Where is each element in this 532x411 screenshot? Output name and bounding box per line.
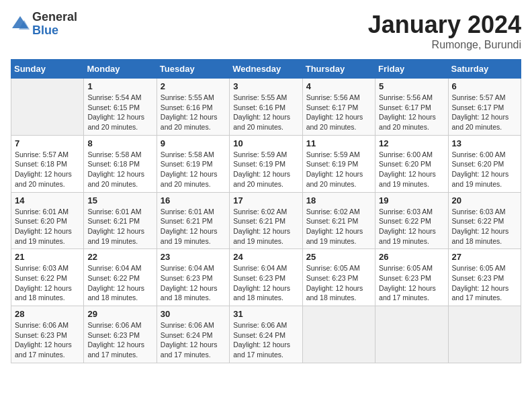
day-info: Sunrise: 6:01 AM Sunset: 6:20 PM Dayligh…: [15, 207, 80, 246]
calendar-cell: [448, 306, 521, 363]
weekday-header: Saturday: [448, 60, 521, 79]
title-block: January 2024 Rumonge, Burundi: [368, 11, 521, 51]
day-info: Sunrise: 6:02 AM Sunset: 6:21 PM Dayligh…: [306, 207, 371, 246]
day-number: 10: [233, 138, 298, 148]
day-info: Sunrise: 6:03 AM Sunset: 6:22 PM Dayligh…: [379, 207, 444, 246]
calendar-cell: 12Sunrise: 6:00 AM Sunset: 6:20 PM Dayli…: [375, 135, 448, 192]
day-info: Sunrise: 5:54 AM Sunset: 6:15 PM Dayligh…: [87, 93, 152, 132]
calendar-cell: 7Sunrise: 5:57 AM Sunset: 6:18 PM Daylig…: [11, 135, 84, 192]
weekday-row: SundayMondayTuesdayWednesdayThursdayFrid…: [11, 60, 521, 79]
day-info: Sunrise: 6:03 AM Sunset: 6:22 PM Dayligh…: [452, 207, 517, 246]
logo-icon: [11, 15, 30, 34]
day-number: 16: [161, 195, 226, 205]
logo-text: General Blue: [32, 11, 77, 38]
day-info: Sunrise: 5:56 AM Sunset: 6:17 PM Dayligh…: [379, 93, 444, 132]
calendar-header: SundayMondayTuesdayWednesdayThursdayFrid…: [11, 60, 521, 79]
day-number: 9: [161, 138, 226, 148]
day-number: 8: [87, 138, 152, 148]
day-number: 30: [161, 309, 226, 319]
calendar-cell: 28Sunrise: 6:06 AM Sunset: 6:23 PM Dayli…: [11, 306, 84, 363]
day-info: Sunrise: 6:04 AM Sunset: 6:23 PM Dayligh…: [233, 263, 298, 303]
calendar-cell: 4Sunrise: 5:56 AM Sunset: 6:17 PM Daylig…: [302, 79, 375, 136]
calendar-cell: 24Sunrise: 6:04 AM Sunset: 6:23 PM Dayli…: [230, 249, 302, 306]
day-info: Sunrise: 6:06 AM Sunset: 6:24 PM Dayligh…: [233, 320, 298, 360]
calendar-subtitle: Rumonge, Burundi: [368, 39, 521, 51]
calendar-cell: 9Sunrise: 5:58 AM Sunset: 6:19 PM Daylig…: [157, 135, 229, 192]
day-number: 15: [87, 195, 152, 205]
day-info: Sunrise: 5:55 AM Sunset: 6:16 PM Dayligh…: [233, 93, 298, 132]
calendar-cell: 13Sunrise: 6:00 AM Sunset: 6:20 PM Dayli…: [448, 135, 521, 192]
day-number: 4: [306, 81, 371, 91]
calendar-cell: 15Sunrise: 6:01 AM Sunset: 6:21 PM Dayli…: [84, 192, 157, 249]
calendar-cell: 18Sunrise: 6:02 AM Sunset: 6:21 PM Dayli…: [302, 192, 375, 249]
day-info: Sunrise: 6:00 AM Sunset: 6:20 PM Dayligh…: [452, 150, 517, 189]
day-number: 11: [306, 138, 371, 148]
calendar-cell: 29Sunrise: 6:06 AM Sunset: 6:23 PM Dayli…: [84, 306, 157, 363]
day-info: Sunrise: 5:58 AM Sunset: 6:18 PM Dayligh…: [87, 150, 152, 189]
weekday-header: Wednesday: [230, 60, 302, 79]
day-info: Sunrise: 5:59 AM Sunset: 6:19 PM Dayligh…: [306, 150, 371, 189]
calendar-cell: 1Sunrise: 5:54 AM Sunset: 6:15 PM Daylig…: [84, 79, 157, 136]
calendar-cell: 17Sunrise: 6:02 AM Sunset: 6:21 PM Dayli…: [230, 192, 302, 249]
weekday-header: Thursday: [302, 60, 375, 79]
day-info: Sunrise: 5:57 AM Sunset: 6:18 PM Dayligh…: [15, 150, 80, 189]
day-info: Sunrise: 6:05 AM Sunset: 6:23 PM Dayligh…: [306, 263, 371, 303]
calendar-week-row: 14Sunrise: 6:01 AM Sunset: 6:20 PM Dayli…: [11, 192, 521, 249]
day-number: 24: [233, 252, 298, 262]
calendar-cell: 5Sunrise: 5:56 AM Sunset: 6:17 PM Daylig…: [375, 79, 448, 136]
logo-general: General: [32, 11, 77, 24]
day-info: Sunrise: 5:55 AM Sunset: 6:16 PM Dayligh…: [161, 93, 226, 132]
calendar-cell: 31Sunrise: 6:06 AM Sunset: 6:24 PM Dayli…: [230, 306, 302, 363]
day-info: Sunrise: 6:06 AM Sunset: 6:24 PM Dayligh…: [161, 320, 226, 360]
weekday-header: Sunday: [11, 60, 84, 79]
day-number: 17: [233, 195, 298, 205]
day-info: Sunrise: 5:59 AM Sunset: 6:19 PM Dayligh…: [233, 150, 298, 189]
calendar-week-row: 28Sunrise: 6:06 AM Sunset: 6:23 PM Dayli…: [11, 306, 521, 363]
calendar-cell: 26Sunrise: 6:05 AM Sunset: 6:23 PM Dayli…: [375, 249, 448, 306]
calendar-week-row: 21Sunrise: 6:03 AM Sunset: 6:22 PM Dayli…: [11, 249, 521, 306]
calendar-cell: 6Sunrise: 5:57 AM Sunset: 6:17 PM Daylig…: [448, 79, 521, 136]
day-number: 18: [306, 195, 371, 205]
day-number: 31: [233, 309, 298, 319]
calendar-cell: [11, 79, 84, 136]
day-number: 26: [379, 252, 444, 262]
calendar-cell: 21Sunrise: 6:03 AM Sunset: 6:22 PM Dayli…: [11, 249, 84, 306]
calendar-title: January 2024: [368, 11, 521, 39]
calendar-cell: 8Sunrise: 5:58 AM Sunset: 6:18 PM Daylig…: [84, 135, 157, 192]
day-number: 13: [452, 138, 517, 148]
day-info: Sunrise: 6:05 AM Sunset: 6:23 PM Dayligh…: [452, 263, 517, 303]
day-number: 2: [161, 81, 226, 91]
day-number: 12: [379, 138, 444, 148]
day-number: 22: [87, 252, 152, 262]
page-header: General Blue January 2024 Rumonge, Burun…: [11, 11, 521, 51]
logo-blue: Blue: [32, 24, 77, 38]
calendar-cell: 16Sunrise: 6:01 AM Sunset: 6:21 PM Dayli…: [157, 192, 229, 249]
day-info: Sunrise: 6:06 AM Sunset: 6:23 PM Dayligh…: [15, 320, 80, 360]
day-number: 7: [15, 138, 80, 148]
day-info: Sunrise: 6:06 AM Sunset: 6:23 PM Dayligh…: [87, 320, 152, 360]
calendar-cell: 20Sunrise: 6:03 AM Sunset: 6:22 PM Dayli…: [448, 192, 521, 249]
day-info: Sunrise: 6:04 AM Sunset: 6:22 PM Dayligh…: [87, 263, 152, 303]
day-info: Sunrise: 6:04 AM Sunset: 6:23 PM Dayligh…: [161, 263, 226, 303]
day-number: 25: [306, 252, 371, 262]
day-number: 6: [452, 81, 517, 91]
calendar-cell: 23Sunrise: 6:04 AM Sunset: 6:23 PM Dayli…: [157, 249, 229, 306]
calendar-cell: 11Sunrise: 5:59 AM Sunset: 6:19 PM Dayli…: [302, 135, 375, 192]
day-number: 5: [379, 81, 444, 91]
calendar-cell: 27Sunrise: 6:05 AM Sunset: 6:23 PM Dayli…: [448, 249, 521, 306]
day-info: Sunrise: 5:58 AM Sunset: 6:19 PM Dayligh…: [161, 150, 226, 189]
weekday-header: Friday: [375, 60, 448, 79]
day-number: 20: [452, 195, 517, 205]
day-info: Sunrise: 6:00 AM Sunset: 6:20 PM Dayligh…: [379, 150, 444, 189]
calendar-table: SundayMondayTuesdayWednesdayThursdayFrid…: [11, 59, 521, 363]
day-number: 23: [161, 252, 226, 262]
day-number: 28: [15, 309, 80, 319]
calendar-cell: 22Sunrise: 6:04 AM Sunset: 6:22 PM Dayli…: [84, 249, 157, 306]
day-number: 27: [452, 252, 517, 262]
day-number: 21: [15, 252, 80, 262]
calendar-cell: 25Sunrise: 6:05 AM Sunset: 6:23 PM Dayli…: [302, 249, 375, 306]
calendar-week-row: 1Sunrise: 5:54 AM Sunset: 6:15 PM Daylig…: [11, 79, 521, 136]
day-info: Sunrise: 6:01 AM Sunset: 6:21 PM Dayligh…: [87, 207, 152, 246]
calendar-cell: 30Sunrise: 6:06 AM Sunset: 6:24 PM Dayli…: [157, 306, 229, 363]
logo: General Blue: [11, 11, 77, 38]
